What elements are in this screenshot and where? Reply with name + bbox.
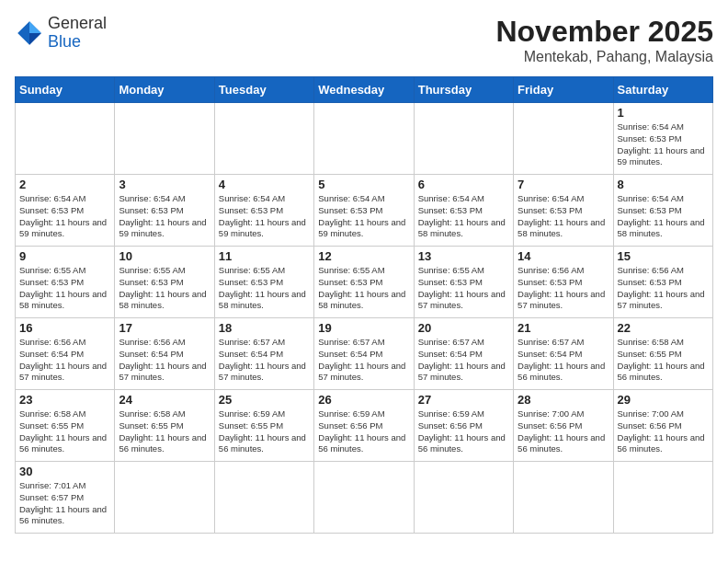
day-number-29: 29 [618,393,709,407]
logo: General Blue [15,15,107,52]
day-cell-14: 14Sunrise: 6:56 AM Sunset: 6:53 PM Dayli… [514,247,613,318]
weekday-header-monday: Monday [115,77,214,103]
week-row-4: 16Sunrise: 6:56 AM Sunset: 6:54 PM Dayli… [16,318,713,390]
day-cell-27: 27Sunrise: 6:59 AM Sunset: 6:56 PM Dayli… [414,390,513,462]
logo-blue: Blue [48,32,81,51]
day-cell-13: 13Sunrise: 6:55 AM Sunset: 6:53 PM Dayli… [414,247,513,318]
day-cell-10: 10Sunrise: 6:55 AM Sunset: 6:53 PM Dayli… [115,247,214,318]
day-info-10: Sunrise: 6:55 AM Sunset: 6:53 PM Dayligh… [119,265,210,312]
day-cell-5: 5Sunrise: 6:54 AM Sunset: 6:53 PM Daylig… [314,175,414,247]
day-number-11: 11 [219,249,310,263]
day-cell-11: 11Sunrise: 6:55 AM Sunset: 6:53 PM Dayli… [214,247,313,318]
day-number-9: 9 [19,249,110,263]
day-number-30: 30 [19,465,110,478]
empty-cell [16,103,115,175]
empty-cell [414,462,513,534]
day-cell-26: 26Sunrise: 6:59 AM Sunset: 6:56 PM Dayli… [314,390,414,462]
day-number-23: 23 [19,393,110,407]
empty-cell [514,103,613,175]
day-number-3: 3 [119,178,210,191]
day-info-18: Sunrise: 6:57 AM Sunset: 6:54 PM Dayligh… [219,337,310,384]
day-info-26: Sunrise: 6:59 AM Sunset: 6:56 PM Dayligh… [318,408,409,455]
day-number-6: 6 [418,178,509,191]
day-info-13: Sunrise: 6:55 AM Sunset: 6:53 PM Dayligh… [418,265,509,312]
empty-cell [514,462,613,534]
day-cell-19: 19Sunrise: 6:57 AM Sunset: 6:54 PM Dayli… [314,318,414,390]
svg-marker-1 [29,21,41,33]
day-info-20: Sunrise: 6:57 AM Sunset: 6:54 PM Dayligh… [418,337,509,384]
day-info-21: Sunrise: 6:57 AM Sunset: 6:54 PM Dayligh… [518,337,609,384]
day-number-10: 10 [119,249,210,263]
weekday-header-sunday: Sunday [16,77,115,103]
week-row-6: 30Sunrise: 7:01 AM Sunset: 6:57 PM Dayli… [16,462,713,534]
day-info-22: Sunrise: 6:58 AM Sunset: 6:55 PM Dayligh… [618,337,709,384]
day-info-9: Sunrise: 6:55 AM Sunset: 6:53 PM Dayligh… [19,265,110,312]
day-number-24: 24 [119,393,210,407]
day-number-25: 25 [219,393,310,407]
day-info-6: Sunrise: 6:54 AM Sunset: 6:53 PM Dayligh… [418,193,509,240]
weekday-header-friday: Friday [514,77,613,103]
day-number-14: 14 [518,249,609,263]
day-cell-22: 22Sunrise: 6:58 AM Sunset: 6:55 PM Dayli… [613,318,712,390]
day-cell-28: 28Sunrise: 7:00 AM Sunset: 6:56 PM Dayli… [514,390,613,462]
logo-general: General [48,14,107,32]
weekday-header-wednesday: Wednesday [314,77,414,103]
title-area: November 2025 Mentekab, Pahang, Malaysia [495,15,713,65]
day-number-5: 5 [318,178,409,191]
empty-cell [314,103,414,175]
day-cell-3: 3Sunrise: 6:54 AM Sunset: 6:53 PM Daylig… [115,175,214,247]
empty-cell [214,462,313,534]
day-info-25: Sunrise: 6:59 AM Sunset: 6:55 PM Dayligh… [219,408,310,455]
day-number-17: 17 [119,321,210,335]
weekday-header-row: SundayMondayTuesdayWednesdayThursdayFrid… [16,77,713,103]
day-cell-23: 23Sunrise: 6:58 AM Sunset: 6:55 PM Dayli… [16,390,115,462]
day-cell-21: 21Sunrise: 6:57 AM Sunset: 6:54 PM Dayli… [514,318,613,390]
week-row-5: 23Sunrise: 6:58 AM Sunset: 6:55 PM Dayli… [16,390,713,462]
week-row-1: 1Sunrise: 6:54 AM Sunset: 6:53 PM Daylig… [16,103,713,175]
day-cell-1: 1Sunrise: 6:54 AM Sunset: 6:53 PM Daylig… [613,103,712,175]
day-cell-8: 8Sunrise: 6:54 AM Sunset: 6:53 PM Daylig… [613,175,712,247]
day-number-15: 15 [618,249,709,263]
day-cell-29: 29Sunrise: 7:00 AM Sunset: 6:56 PM Dayli… [613,390,712,462]
day-info-1: Sunrise: 6:54 AM Sunset: 6:53 PM Dayligh… [618,121,709,168]
day-cell-25: 25Sunrise: 6:59 AM Sunset: 6:55 PM Dayli… [214,390,313,462]
day-info-5: Sunrise: 6:54 AM Sunset: 6:53 PM Dayligh… [318,193,409,240]
logo-text: General Blue [48,15,107,52]
day-cell-15: 15Sunrise: 6:56 AM Sunset: 6:53 PM Dayli… [613,247,712,318]
day-cell-7: 7Sunrise: 6:54 AM Sunset: 6:53 PM Daylig… [514,175,613,247]
empty-cell [214,103,313,175]
day-number-2: 2 [19,178,110,191]
day-cell-4: 4Sunrise: 6:54 AM Sunset: 6:53 PM Daylig… [214,175,313,247]
day-number-26: 26 [318,393,409,407]
day-info-11: Sunrise: 6:55 AM Sunset: 6:53 PM Dayligh… [219,265,310,312]
day-info-15: Sunrise: 6:56 AM Sunset: 6:53 PM Dayligh… [618,265,709,312]
day-info-8: Sunrise: 6:54 AM Sunset: 6:53 PM Dayligh… [618,193,709,240]
calendar: SundayMondayTuesdayWednesdayThursdayFrid… [15,76,713,534]
day-info-12: Sunrise: 6:55 AM Sunset: 6:53 PM Dayligh… [318,265,409,312]
empty-cell [115,462,214,534]
day-cell-12: 12Sunrise: 6:55 AM Sunset: 6:53 PM Dayli… [314,247,414,318]
day-number-4: 4 [219,178,310,191]
day-info-28: Sunrise: 7:00 AM Sunset: 6:56 PM Dayligh… [518,408,609,455]
week-row-3: 9Sunrise: 6:55 AM Sunset: 6:53 PM Daylig… [16,247,713,318]
day-number-12: 12 [318,249,409,263]
day-cell-16: 16Sunrise: 6:56 AM Sunset: 6:54 PM Dayli… [16,318,115,390]
day-number-8: 8 [618,178,709,191]
day-number-13: 13 [418,249,509,263]
day-info-23: Sunrise: 6:58 AM Sunset: 6:55 PM Dayligh… [19,408,110,455]
day-info-24: Sunrise: 6:58 AM Sunset: 6:55 PM Dayligh… [119,408,210,455]
day-info-7: Sunrise: 6:54 AM Sunset: 6:53 PM Dayligh… [518,193,609,240]
day-info-27: Sunrise: 6:59 AM Sunset: 6:56 PM Dayligh… [418,408,509,455]
day-info-4: Sunrise: 6:54 AM Sunset: 6:53 PM Dayligh… [219,193,310,240]
day-cell-18: 18Sunrise: 6:57 AM Sunset: 6:54 PM Dayli… [214,318,313,390]
day-info-17: Sunrise: 6:56 AM Sunset: 6:54 PM Dayligh… [119,337,210,384]
day-cell-2: 2Sunrise: 6:54 AM Sunset: 6:53 PM Daylig… [16,175,115,247]
day-number-16: 16 [19,321,110,335]
day-cell-30: 30Sunrise: 7:01 AM Sunset: 6:57 PM Dayli… [16,462,115,534]
empty-cell [314,462,414,534]
day-info-29: Sunrise: 7:00 AM Sunset: 6:56 PM Dayligh… [618,408,709,455]
day-number-21: 21 [518,321,609,335]
day-info-3: Sunrise: 6:54 AM Sunset: 6:53 PM Dayligh… [119,193,210,240]
empty-cell [115,103,214,175]
day-number-22: 22 [618,321,709,335]
